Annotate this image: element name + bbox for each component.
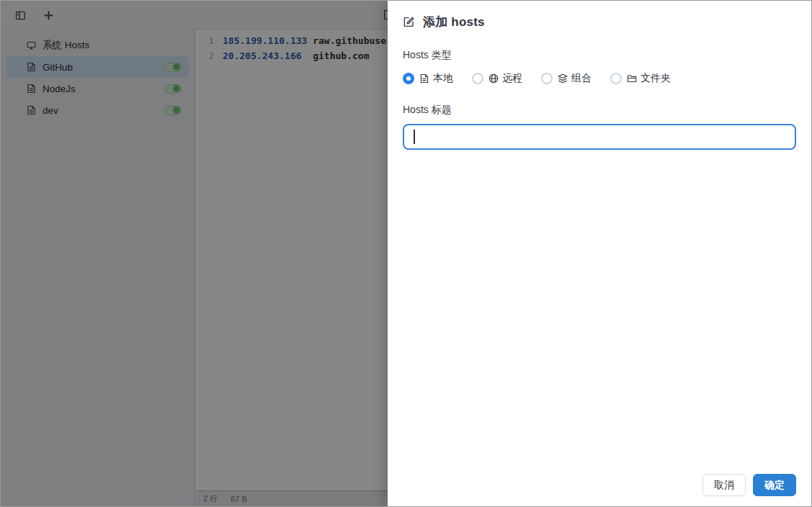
radio-option-folder[interactable]: 文件夹 bbox=[610, 72, 671, 85]
radio-label: 远程 bbox=[502, 72, 522, 85]
radio-label: 文件夹 bbox=[641, 72, 671, 85]
radio-circle bbox=[610, 73, 622, 84]
hosts-type-label: Hosts 类型 bbox=[403, 49, 796, 62]
drawer-footer: 取消 确定 bbox=[702, 474, 796, 496]
file-icon bbox=[419, 73, 429, 84]
radio-option-remote[interactable]: 远程 bbox=[472, 72, 522, 85]
hosts-title-label: Hosts 标题 bbox=[403, 104, 796, 117]
radio-circle bbox=[403, 73, 414, 84]
app-window: 系统 Hosts GitHub NodeJs bbox=[0, 0, 812, 507]
confirm-button[interactable]: 确定 bbox=[753, 474, 796, 496]
radio-circle bbox=[472, 73, 483, 84]
layers-icon bbox=[558, 73, 568, 84]
hosts-title-input-wrap bbox=[403, 124, 796, 150]
radio-label: 本地 bbox=[433, 72, 453, 85]
edit-icon bbox=[403, 16, 415, 28]
globe-icon bbox=[488, 73, 499, 84]
radio-option-local[interactable]: 本地 bbox=[403, 72, 453, 85]
drawer-title: 添加 hosts bbox=[423, 14, 485, 30]
cancel-button[interactable]: 取消 bbox=[702, 474, 746, 496]
drawer-header: 添加 hosts bbox=[403, 14, 796, 30]
hosts-title-input[interactable] bbox=[403, 124, 796, 150]
radio-label: 组合 bbox=[571, 72, 592, 85]
folder-icon bbox=[627, 73, 637, 84]
radio-circle bbox=[541, 73, 553, 84]
radio-option-group[interactable]: 组合 bbox=[541, 72, 592, 85]
text-caret bbox=[414, 130, 415, 144]
hosts-type-radio-group: 本地 远程 bbox=[403, 72, 796, 85]
add-hosts-drawer: 添加 hosts Hosts 类型 本地 bbox=[388, 1, 811, 507]
